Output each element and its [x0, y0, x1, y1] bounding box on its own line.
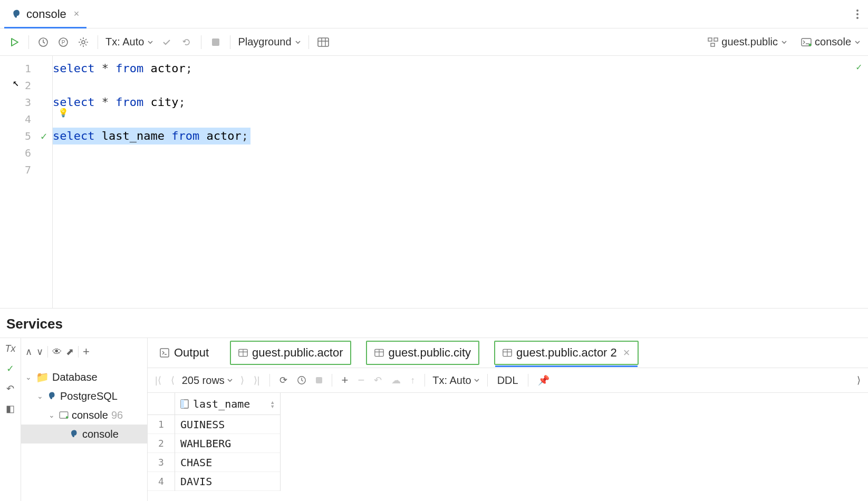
rollback-icon[interactable]	[178, 33, 196, 51]
grid-cell[interactable]: DAVIS	[175, 472, 280, 491]
grid-row-number: 4	[148, 472, 175, 491]
grid-row-gutter: 1234	[148, 393, 175, 491]
remove-row-icon[interactable]: −	[355, 372, 367, 388]
grid-column-last_name: last_name ▴▾ GUINESSWAHLBERGCHASEDAVIS	[175, 393, 281, 491]
first-page-icon[interactable]: |⟨	[153, 373, 163, 387]
services-panel: Services Tx ✓ ↶ ◧ ∧ ∨ 👁 ⬈ +	[0, 308, 868, 501]
add-icon[interactable]: +	[83, 345, 90, 359]
close-icon[interactable]: ×	[623, 346, 630, 360]
table-icon	[503, 349, 512, 357]
tree-node-console-leaf[interactable]: console	[21, 425, 147, 444]
undo-icon[interactable]: ↶	[6, 383, 14, 394]
output-icon	[159, 348, 170, 358]
code-line[interactable]	[53, 161, 868, 178]
column-icon	[180, 399, 189, 409]
column-header[interactable]: last_name ▴▾	[175, 393, 280, 415]
result-tab[interactable]: guest.public.actor 2×	[494, 341, 639, 365]
row-count-dropdown[interactable]: 205 rows	[182, 374, 233, 387]
expand-down-icon[interactable]: ∨	[36, 346, 43, 358]
run-button[interactable]	[5, 33, 23, 51]
data-grid-toolbar: |⟨ ⟨ 205 rows ⟩ ⟩| ⟳ + −	[148, 368, 868, 393]
tree-node-database[interactable]: ⌄ 📁 Database	[21, 368, 147, 387]
sql-editor[interactable]: ↖ 1234567 💡 ✓ select * from actor;select…	[0, 56, 868, 308]
grid-cell[interactable]: CHASE	[175, 453, 280, 472]
session-selector[interactable]: console	[799, 36, 863, 48]
chevron-down-icon	[295, 39, 301, 45]
stop-button[interactable]	[207, 33, 225, 51]
code-area[interactable]: 💡 ✓ select * from actor;select * from ci…	[53, 56, 868, 308]
preview-icon[interactable]: ☁	[389, 373, 403, 387]
eye-icon[interactable]: 👁	[52, 346, 62, 358]
more-menu-icon[interactable]	[851, 6, 864, 22]
gutter-line: 2	[0, 77, 52, 94]
close-icon[interactable]: ×	[74, 8, 80, 20]
chevron-down-icon	[474, 377, 480, 383]
playground-dropdown[interactable]: Playground	[236, 36, 303, 48]
result-tabs: Output guest.public.actorguest.public.ci…	[148, 338, 868, 368]
data-grid[interactable]: 1234 last_name ▴▾ GUINESSWAHLBERGCHASEDA…	[148, 393, 868, 491]
editor-gutter: ↖ 1234567	[0, 56, 53, 308]
history-icon[interactable]	[34, 33, 52, 51]
result-tab[interactable]: guest.public.actor	[230, 341, 351, 365]
tx-grid-dropdown[interactable]: Tx: Auto	[432, 374, 479, 387]
more-right-icon[interactable]: ⟩	[855, 373, 863, 387]
table-icon	[238, 349, 248, 357]
svg-point-3	[82, 41, 85, 44]
table-view-icon[interactable]	[314, 33, 332, 51]
collapse-up-icon[interactable]: ∧	[25, 346, 32, 358]
last-page-icon[interactable]: ⟩|	[252, 373, 262, 387]
tx-mode-dropdown[interactable]: Tx: Auto	[103, 36, 156, 48]
svg-rect-18	[181, 400, 184, 408]
datasource-selector[interactable]: guest.public	[706, 36, 789, 48]
sort-icon[interactable]: ▴▾	[271, 400, 275, 408]
explain-plan-icon[interactable]: P	[54, 33, 72, 51]
check-icon[interactable]: ✓	[6, 363, 14, 374]
layout-icon[interactable]: ◧	[6, 403, 15, 415]
tree-node-session[interactable]: ⌄ console 96	[21, 406, 147, 425]
code-line[interactable]: select * from city;	[53, 94, 868, 111]
tx-tool-label[interactable]: Tx	[5, 343, 16, 354]
pin-icon[interactable]: 📌	[536, 373, 552, 387]
services-title: Services	[0, 309, 868, 338]
svg-rect-4	[318, 38, 329, 46]
prev-page-icon[interactable]: ⟨	[169, 373, 177, 387]
table-icon	[374, 349, 384, 357]
commit-icon[interactable]	[158, 33, 176, 51]
file-tab-console[interactable]: console ×	[4, 0, 86, 28]
code-line[interactable]	[53, 111, 868, 128]
gutter-line: 1	[0, 60, 52, 77]
chevron-down-icon	[227, 377, 233, 383]
editor-tab-bar: console ×	[0, 0, 868, 28]
revert-icon[interactable]: ↶	[372, 373, 384, 387]
code-line[interactable]: select * from actor;	[53, 60, 868, 77]
postgres-icon	[12, 9, 22, 20]
submit-icon[interactable]: ↑	[408, 374, 417, 387]
code-line[interactable]	[53, 77, 868, 94]
svg-rect-7	[711, 43, 715, 46]
gutter-line: 7	[0, 161, 52, 178]
grid-cell[interactable]: WAHLBERG	[175, 434, 280, 453]
tree-node-postgresql[interactable]: ⌄ PostgreSQL	[21, 387, 147, 406]
intention-bulb-icon[interactable]: 💡	[58, 108, 69, 118]
add-row-icon[interactable]: +	[340, 372, 351, 388]
clock-icon[interactable]	[295, 374, 308, 386]
result-tab[interactable]: guest.public.city	[366, 341, 479, 365]
grid-row-number: 1	[148, 415, 175, 434]
code-line[interactable]: select last_name from actor;	[53, 128, 250, 144]
stop-icon[interactable]	[314, 374, 324, 387]
output-tab[interactable]: Output	[153, 343, 215, 363]
chevron-down-icon	[781, 39, 787, 45]
reload-icon[interactable]: ⟳	[277, 373, 290, 387]
folder-icon: 📁	[36, 371, 49, 383]
chevron-down-icon	[854, 39, 861, 45]
gutter-line: 4	[0, 111, 52, 128]
ddl-button[interactable]: DDL	[495, 373, 520, 388]
grid-row-number: 3	[148, 453, 175, 472]
open-icon[interactable]: ⬈	[66, 346, 74, 358]
code-line[interactable]	[53, 144, 868, 161]
next-page-icon[interactable]: ⟩	[238, 373, 246, 387]
svg-rect-5	[708, 38, 712, 41]
grid-cell[interactable]: GUINESS	[175, 415, 280, 434]
settings-icon[interactable]	[74, 33, 92, 51]
services-tree[interactable]: ⌄ 📁 Database ⌄ PostgreSQL ⌄ console 96	[21, 365, 147, 446]
